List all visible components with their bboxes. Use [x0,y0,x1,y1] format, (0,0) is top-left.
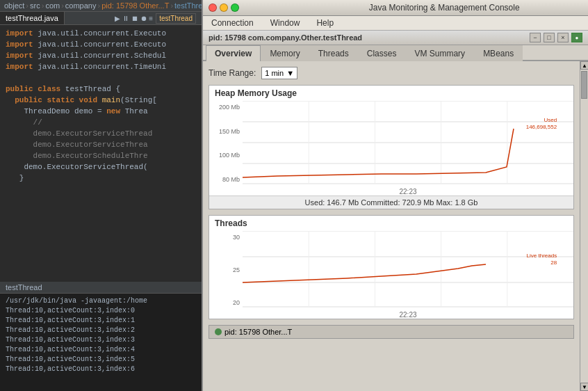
heap-chart-svg: Used 146,698,552 [243,101,573,184]
threads-y-label-25: 25 [209,266,240,273]
tab-memory[interactable]: Memory [261,45,309,61]
maximize-button[interactable] [231,3,239,12]
tab-mbeans[interactable]: MBeans [474,45,523,61]
breadcrumb-src: src [30,1,40,10]
threads-y-label-20: 20 [209,299,240,306]
run-output-line: Thread:10,activeCount:3,index:3 [6,335,196,345]
code-line: // [0,117,202,128]
jmx-title-bar: Java Monitoring & Management Console [203,0,588,16]
menu-connection[interactable]: Connection [209,17,256,29]
code-line: import java.util.concurrent.Executo [0,39,202,50]
svg-text:28: 28 [550,260,557,266]
pid-btn-max[interactable]: □ [544,33,555,42]
threads-chart-title: Threads [209,216,573,228]
menu-window[interactable]: Window [268,17,303,29]
ide-panel: object › src › com › company › pid: 1579… [0,0,202,391]
breadcrumb-object: object [4,1,24,10]
code-line: import java.util.concurrent.Schedul [0,50,202,61]
code-line: } [0,173,202,184]
minimize-button[interactable] [220,3,228,12]
file-tab-bar: testThread.java ▶ ⏸ ⏹ ⏺ ≡ testThread [0,12,202,25]
heap-legend: Used [544,117,557,123]
run-label: testThread [0,282,202,294]
heap-chart-title: Heap Memory Usage [209,86,573,98]
code-line: public class testThread { [0,83,202,95]
heap-chart-section: Heap Memory Usage 200 Mb 150 Mb 100 Mb 8… [209,85,574,209]
run-output-line: /usr/jdk/bin/java -javaagent:/home [6,296,196,306]
time-range-row: Time Range: 1 min ▼ [209,67,574,79]
heap-y-label-100: 100 Mb [209,152,240,159]
heap-stats: Used: 146.7 Mb Committed: 720.9 Mb Max: … [209,196,573,209]
pid-title: pid: 15798 com.company.Other.testThread [209,33,362,42]
time-range-label: Time Range: [209,68,256,78]
threads-line [243,264,486,282]
svg-text:146,698,552: 146,698,552 [526,124,557,130]
main-scrollbar[interactable]: ▲ ▼ [580,61,588,391]
run-output-line: Thread:10,activeCount:3,index:1 [6,316,196,326]
file-tab-testthread[interactable]: testThread.java [0,12,65,24]
menu-help[interactable]: Help [313,17,336,29]
code-line: public static void main(String[ [0,95,202,106]
threads-y-label-30: 30 [209,234,240,241]
scroll-down-arrow[interactable]: ▼ [580,383,588,391]
close-button[interactable] [209,3,217,12]
test-thread-badge: testThread [156,13,196,24]
status-icon: ● [571,33,582,42]
bottom-pid-bar: pid: 15798 Other...T [209,325,574,339]
bottom-pid-text: pid: 15798 Other...T [224,328,292,336]
pid-bar: pid: 15798 com.company.Other.testThread … [203,31,588,45]
code-line: demo.ExecutorServiceThread [0,128,202,139]
code-line: ThreadDemo demo = new Threa [0,106,202,117]
run-output-line: Thread:10,activeCount:3,index:5 [6,355,196,365]
run-output-line: Thread:10,activeCount:3,index:6 [6,365,196,374]
code-line [0,72,202,83]
jmx-menubar: Connection Window Help [203,16,588,31]
breadcrumb-other: pid: 15798 Other...T [101,1,169,10]
heap-y-label-80: 80 Mb [209,176,240,183]
heap-x-label: 22:23 [243,188,573,196]
toolbar-icons: ▶ ⏸ ⏹ ⏺ ≡ [115,15,153,22]
breadcrumb-company: company [65,1,97,10]
time-range-select[interactable]: 1 min ▼ [261,67,297,79]
tab-bar: Overview Memory Threads Classes VM Summa… [203,45,588,61]
jmx-panel: Java Monitoring & Management Console Con… [202,0,588,391]
scroll-thumb[interactable] [581,71,587,99]
window-buttons [209,3,239,12]
tab-threads[interactable]: Threads [309,45,358,61]
run-output-line: Thread:10,activeCount:3,index:4 [6,345,196,355]
threads-x-label: 22:23 [243,311,573,319]
run-output-line: Thread:10,activeCount:3,index:2 [6,326,196,335]
breadcrumb-com: com [45,1,60,10]
threads-chart-section: Threads 30 25 20 [209,215,574,319]
pid-controls: − □ × ● [530,33,582,42]
breadcrumb-file: testThread.java [174,1,202,10]
heap-line [243,129,514,177]
code-line: demo.ExecutorServiceThrea [0,139,202,150]
code-line: import java.util.concurrent.TimeUni [0,61,202,72]
breadcrumb: object › src › com › company › pid: 1579… [0,0,202,12]
pid-btn-min[interactable]: − [530,33,541,42]
pid-btn-close[interactable]: × [557,33,569,42]
code-line: demo.ExecutorServiceThread( [0,161,202,173]
run-output-line: Thread:10,activeCount:3,index:0 [6,306,196,316]
scroll-up-arrow[interactable]: ▲ [580,61,588,70]
jmx-window-title: Java Monitoring & Management Console [369,3,520,13]
threads-legend: Live threads [527,253,557,259]
tab-overview[interactable]: Overview [206,45,261,61]
tab-vm-summary[interactable]: VM Summary [405,45,474,61]
code-line: import java.util.concurrent.Executo [0,28,202,39]
tab-classes[interactable]: Classes [358,45,406,61]
heap-y-label-150: 150 Mb [209,128,240,135]
threads-chart-svg: Live threads 28 [243,231,573,308]
run-output: /usr/jdk/bin/java -javaagent:/home Threa… [0,294,202,391]
content-area: Time Range: 1 min ▼ Heap Memory Usage 20… [203,61,580,391]
code-area: import java.util.concurrent.Executo impo… [0,25,202,282]
code-line: demo.ExecutorScheduleThre [0,150,202,161]
status-dot [215,328,222,335]
heap-y-label-200: 200 Mb [209,104,240,111]
jmx-content-wrapper: Time Range: 1 min ▼ Heap Memory Usage 20… [203,61,588,391]
